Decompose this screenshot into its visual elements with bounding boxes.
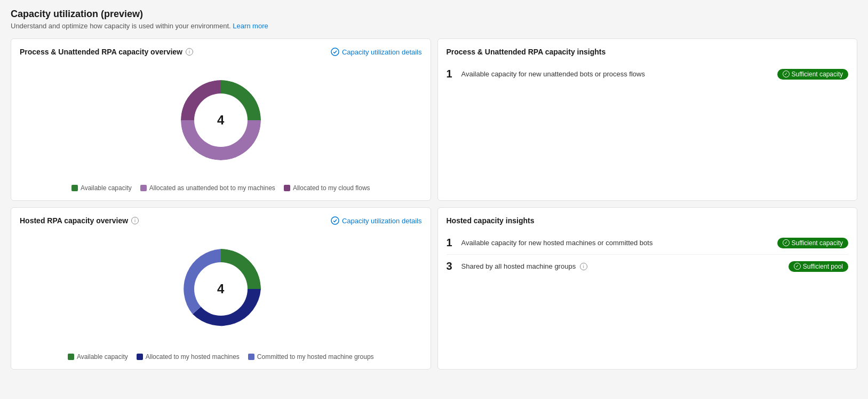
hosted-legend: Available capacity Allocated to my hoste…	[68, 353, 374, 361]
shared-groups-info-icon[interactable]: i	[580, 263, 587, 270]
process-overview-title: Process & Unattended RPA capacity overvi…	[20, 48, 182, 56]
hosted-donut-center: 4	[217, 281, 224, 296]
hosted-donut-chart: 4	[168, 236, 274, 342]
process-overview-header: Process & Unattended RPA capacity overvi…	[20, 48, 422, 56]
process-insight-number-1: 1	[447, 68, 457, 80]
hosted-legend-item-machines: Allocated to my hosted machines	[137, 353, 240, 361]
hosted-overview-info-icon[interactable]: i	[131, 217, 139, 224]
page-title: Capacity utilization (preview)	[11, 9, 857, 20]
legend-dot-available	[71, 185, 78, 191]
badge-check-icon: ✓	[783, 71, 790, 77]
hosted-insight-text-3: Shared by all hosted machine groups i	[461, 262, 587, 271]
process-insights-card: Process & Unattended RPA capacity insigh…	[437, 38, 858, 201]
process-sufficient-capacity-badge: ✓ Sufficient capacity	[777, 69, 849, 80]
process-insight-row-1: 1 Available capacity for new unattended …	[447, 62, 849, 85]
hosted-check-circle-icon	[331, 216, 339, 225]
page-header: Capacity utilization (preview) Understan…	[11, 9, 857, 30]
hosted-insights-header: Hosted capacity insights	[447, 216, 849, 225]
legend-item-available: Available capacity	[71, 184, 132, 192]
hosted-insight-row-3: 3 Shared by all hosted machine groups i …	[447, 255, 849, 278]
hosted-overview-header: Hosted RPA capacity overview i Capacity …	[20, 216, 422, 225]
svg-point-0	[331, 48, 339, 56]
svg-point-3	[331, 217, 339, 224]
learn-more-link[interactable]: Learn more	[233, 22, 268, 30]
hosted-insight-number-1: 1	[447, 237, 457, 249]
hosted-badge-check-icon: ✓	[783, 239, 790, 246]
legend-label-available: Available capacity	[81, 184, 132, 192]
hosted-insight-text-1: Available capacity for new hosted machin…	[461, 239, 653, 247]
check-circle-icon	[331, 48, 339, 56]
process-insights-title: Process & Unattended RPA capacity insigh…	[447, 48, 606, 56]
hosted-insight-row-1: 1 Available capacity for new hosted mach…	[447, 231, 849, 255]
hosted-legend-label-groups: Committed to my hosted machine groups	[257, 353, 374, 361]
hosted-insights-card: Hosted capacity insights 1 Available cap…	[437, 207, 858, 370]
hosted-overview-title: Hosted RPA capacity overview	[20, 216, 128, 225]
hosted-insights-title: Hosted capacity insights	[447, 216, 535, 225]
process-insight-text-1: Available capacity for new unattended bo…	[461, 70, 645, 78]
hosted-legend-dot-groups	[248, 354, 254, 360]
legend-label-unattended: Allocated as unattended bot to my machin…	[149, 184, 275, 192]
hosted-legend-label-machines: Allocated to my hosted machines	[146, 353, 240, 361]
hosted-overview-chart: 4 Available capacity Allocated to my hos…	[20, 231, 422, 361]
hosted-sufficient-capacity-badge: ✓ Sufficient capacity	[777, 238, 849, 248]
process-overview-details-link[interactable]: Capacity utilization details	[331, 48, 422, 56]
hosted-legend-dot-machines	[137, 354, 143, 360]
process-overview-info-icon[interactable]: i	[186, 48, 193, 56]
process-donut-chart: 4	[168, 67, 274, 174]
hosted-legend-dot-available	[68, 354, 74, 360]
legend-dot-cloud	[284, 185, 290, 191]
main-grid: Process & Unattended RPA capacity overvi…	[11, 38, 857, 370]
hosted-legend-label-available: Available capacity	[77, 353, 128, 361]
hosted-legend-item-groups: Committed to my hosted machine groups	[248, 353, 374, 361]
legend-item-cloud: Allocated to my cloud flows	[284, 184, 370, 192]
hosted-legend-item-available: Available capacity	[68, 353, 128, 361]
process-overview-card: Process & Unattended RPA capacity overvi…	[11, 38, 431, 201]
hosted-sufficient-pool-badge: ✓ Sufficient pool	[789, 261, 848, 272]
legend-label-cloud: Allocated to my cloud flows	[293, 184, 370, 192]
page-subtitle: Understand and optimize how capacity is …	[11, 22, 857, 30]
process-legend: Available capacity Allocated as unattend…	[71, 184, 370, 192]
legend-dot-unattended	[140, 185, 147, 191]
hosted-insight-number-3: 3	[447, 260, 457, 272]
pool-badge-check-icon: ✓	[794, 263, 801, 270]
hosted-overview-details-link[interactable]: Capacity utilization details	[331, 216, 422, 225]
process-donut-center: 4	[217, 113, 224, 128]
process-insights-header: Process & Unattended RPA capacity insigh…	[447, 48, 849, 56]
process-overview-chart: 4 Available capacity Allocated as unatte…	[20, 62, 422, 192]
legend-item-unattended: Allocated as unattended bot to my machin…	[140, 184, 275, 192]
hosted-overview-card: Hosted RPA capacity overview i Capacity …	[11, 207, 431, 370]
